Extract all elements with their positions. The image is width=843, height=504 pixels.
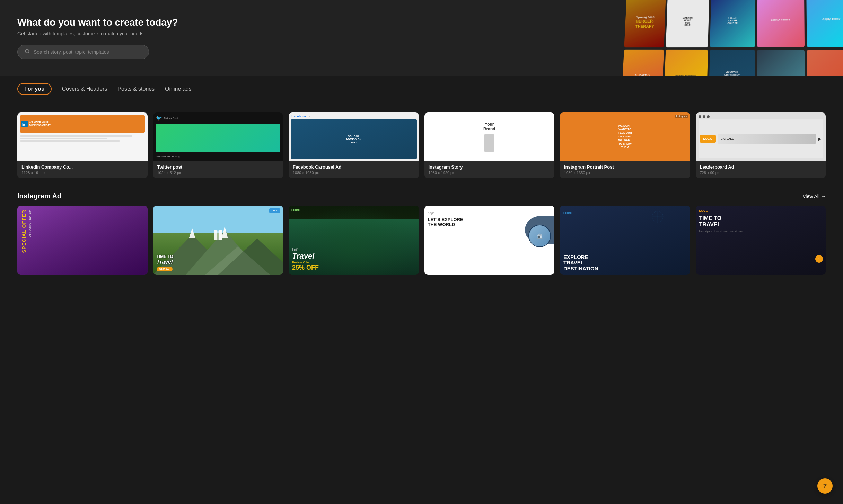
search-icon — [25, 48, 30, 55]
hero-card-9: Fashion — [756, 50, 805, 76]
hero-card-2: MODERNHOMEFORSALE — [666, 0, 709, 47]
svg-marker-7 — [221, 226, 228, 238]
ad-card-travel-mountains[interactable]: Logo TIME TO Travel $499 for — [153, 206, 283, 275]
lb-arrow: ▶ — [818, 136, 822, 142]
section-title: Instagram Ad — [17, 192, 61, 200]
svg-point-0 — [25, 49, 29, 53]
search-bar[interactable] — [17, 45, 149, 59]
template-size: 1128 x 191 px — [21, 171, 143, 175]
template-name: Leaderboard Ad — [700, 164, 822, 170]
tab-covers-headers[interactable]: Covers & Headers — [62, 84, 107, 94]
help-button[interactable]: ? — [817, 478, 833, 494]
ad3-content: Let's Travel Festive Offer 25% OFF — [292, 248, 415, 271]
template-size: 1080 x 1350 px — [564, 171, 686, 175]
ad-card-lets-travel[interactable]: LOGO Let's Travel Festive Offer 25% OFF — [289, 206, 419, 275]
template-card-facebook[interactable]: f facebook ··· SCHOOLADMISSION2021 Faceb… — [289, 112, 419, 178]
template-name: Twitter post — [157, 164, 279, 170]
template-card-instagram-story[interactable]: YourBrand Instagram Story 1080 x 1920 px — [424, 112, 555, 178]
tab-for-you[interactable]: For you — [17, 83, 52, 95]
template-name: Instagram Portrait Post — [564, 164, 686, 170]
tab-online-ads[interactable]: Online ads — [165, 84, 192, 94]
ad-card-explore-destination[interactable]: LOGO EXPLORE TRAVEL DESTINATION — [560, 206, 690, 275]
hero-image-collage: Opening SoonBURGER-THERAPY MODERNHOMEFOR… — [622, 0, 843, 76]
hero-card-4: Start A Family — [757, 0, 805, 47]
hero-card-1: Opening SoonBURGER-THERAPY — [624, 0, 666, 47]
ad4-circular-img: 🏛️ — [528, 225, 551, 247]
template-card-instagram-portrait[interactable]: Instagram WE DON'TWANT TOTELL OURDREAMS,… — [560, 112, 690, 178]
ad6-description: Lorem ipsum dolor sit amet, lorem ipsum. — [699, 230, 823, 233]
template-size: 1080 x 1080 px — [293, 171, 415, 175]
template-size: 1024 x 512 px — [157, 171, 279, 175]
template-card-linkedin[interactable]: in WE MAKE YOURBUSINESS GREAT LinkedIn C… — [17, 112, 148, 178]
template-card-twitter[interactable]: 🐦 Twitter Post We offer something Twitte… — [153, 112, 283, 178]
search-input[interactable] — [34, 49, 142, 55]
template-card-leaderboard[interactable]: LOGO BIG SALE ▶ Leaderboard Ad 728 x 90 … — [696, 112, 826, 178]
tabs-bar: For you Covers & Headers Posts & stories… — [0, 76, 843, 102]
li-logo: in — [21, 121, 28, 127]
hero-card-3: 1 MonthCRASHCOURSE — [710, 0, 755, 47]
ad6-nav-arrow[interactable]: › — [815, 255, 823, 263]
tab-posts-stories[interactable]: Posts & stories — [117, 84, 155, 94]
ad3-logo: LOGO — [291, 208, 301, 212]
people-figures — [214, 230, 222, 240]
template-name: LinkedIn Company Co... — [21, 164, 143, 170]
ad5-map — [625, 206, 690, 233]
ig-brand-text: YourBrand — [483, 122, 495, 132]
hero-subtitle: Get started with templates, customize to… — [17, 31, 191, 36]
hero-section: What do you want to create today? Get st… — [0, 0, 843, 76]
template-size: 728 x 90 px — [700, 171, 822, 175]
ad1-subtitle: All Beauty Products — [28, 210, 33, 237]
svg-line-1 — [28, 52, 29, 53]
ad-card-time-to-travel[interactable]: LOGO TIME TO TRAVEL Lorem ipsum dolor si… — [696, 206, 826, 275]
ad6-title: TIME TO TRAVEL — [699, 215, 823, 227]
ad2-logo-badge: Logo — [269, 208, 280, 213]
template-size: 1080 x 1920 px — [429, 171, 551, 175]
hero-content: What do you want to create today? Get st… — [17, 17, 191, 59]
ad1-title: SPECIAL OFFER — [21, 210, 26, 253]
ad-grid: SPECIAL OFFER All Beauty Products — [17, 206, 826, 275]
svg-marker-6 — [189, 228, 195, 238]
ad-card-explore-world[interactable]: Logo LET'S EXPLORE THE WORLD 🏛️ — [424, 206, 555, 275]
template-grid: in WE MAKE YOURBUSINESS GREAT LinkedIn C… — [17, 112, 826, 178]
view-all-button[interactable]: View All → — [802, 194, 826, 199]
ad4-logo: Logo — [428, 211, 435, 215]
template-section: in WE MAKE YOURBUSINESS GREAT LinkedIn C… — [0, 102, 843, 185]
hero-card-10: Food Recipe — [807, 50, 843, 76]
hero-card-8: DISCOVERA DIFFERENTWORLD25% OFF — [709, 50, 755, 76]
facebook-icon: f facebook — [291, 115, 306, 118]
ad-card-special-offer[interactable]: SPECIAL OFFER All Beauty Products — [17, 206, 148, 275]
igp-text: WE DON'TWANT TOTELL OURDREAMS,WE WANTTO … — [618, 124, 632, 150]
hero-title: What do you want to create today? — [17, 17, 191, 28]
ad5-content: EXPLORE TRAVEL DESTINATION — [563, 254, 687, 272]
ig-person — [484, 134, 494, 152]
ad4-title: LET'S EXPLORE THE WORLD — [428, 217, 551, 227]
template-name: Facebook Carousel Ad — [293, 164, 415, 170]
section-header: Instagram Ad View All → — [17, 192, 826, 200]
instagram-ad-section: Instagram Ad View All → SPECIAL OFFER Al… — [0, 185, 843, 282]
ad2-text: TIME TO Travel $499 for — [157, 254, 173, 271]
hero-card-7: We offer something — [664, 50, 708, 76]
ad6-logo: LOGO — [699, 209, 823, 213]
twitter-icon: 🐦 — [156, 115, 162, 121]
hero-card-6: 5 HEALTHY — [622, 50, 664, 76]
arrow-right-icon: → — [821, 194, 826, 199]
template-name: Instagram Story — [429, 164, 551, 170]
hero-card-5: Apply Today — [806, 0, 843, 47]
